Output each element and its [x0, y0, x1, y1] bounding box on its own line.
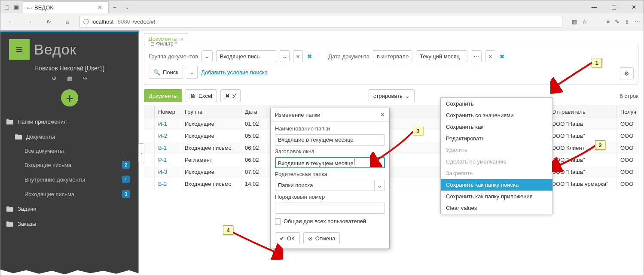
register-button[interactable]: стрировать ⌄ — [369, 89, 415, 102]
sidebar-badge: 1 — [122, 176, 130, 183]
delete-button[interactable]: ✖ У — [220, 89, 241, 102]
column-date[interactable]: Дата — [241, 106, 266, 118]
sidebar-collapse-handle[interactable]: › — [138, 143, 144, 163]
folder-icon — [6, 119, 13, 124]
user-gear-icon[interactable]: ⚙ — [52, 75, 57, 82]
dropdown-item[interactable]: Сохранить как папку приложения — [441, 191, 552, 202]
dropdown-item[interactable]: Сохранить — [441, 98, 552, 109]
brand: Ведок — [0, 32, 138, 60]
search-icon: 🔍 — [153, 69, 160, 76]
sidebar: Ведок Новиков Николай [User1] ⚙ ▦ ↪ ＋ Па… — [0, 30, 139, 276]
main-content: › Документы × ⊟ Фильтр * Группа документ… — [139, 30, 644, 276]
browser-tab[interactable]: ▭ ВЕДОК ✕ — [23, 1, 109, 13]
sidebar-subsection-documents[interactable]: Документы — [0, 129, 138, 144]
filter-group-dropdown-icon[interactable]: ⌄ — [280, 50, 290, 62]
filter-group-clear-icon[interactable]: × — [293, 50, 303, 62]
favorite-icon[interactable]: ☆ — [582, 18, 587, 25]
folder-icon — [6, 206, 13, 212]
filter-operator[interactable]: = — [201, 50, 213, 62]
maximize-button[interactable]: ▢ — [604, 0, 624, 13]
dropdown-item[interactable]: Сохранить как папку поиска — [441, 179, 552, 191]
refresh-button[interactable]: ↻ — [42, 15, 55, 29]
shared-checkbox[interactable] — [275, 218, 281, 224]
dropdown-item[interactable]: Clear values — [441, 202, 552, 214]
filter-date-clear-icon[interactable]: × — [485, 50, 495, 62]
documents-button[interactable]: Документы — [144, 89, 182, 102]
table-row[interactable]: Р-1Регламент06.02ой работы в комООО "Наш… — [144, 154, 638, 166]
chevron-down-icon: ⌄ — [405, 93, 410, 99]
table-row[interactable]: И-2Исходящие05.02вляю коммерчеООО "Наша"… — [144, 130, 638, 142]
sidebar-section-app-folders[interactable]: Папки приложения — [0, 114, 138, 129]
more-icon[interactable]: ⋯ — [635, 18, 640, 25]
add-condition-link[interactable]: Добавить условие поиска — [201, 69, 268, 76]
window-split-icon[interactable]: ▣ — [12, 3, 21, 11]
notes-icon[interactable]: ✎ — [615, 18, 620, 25]
window-tile-icon[interactable]: ▢ — [2, 3, 12, 11]
table-row[interactable]: В-2Входящее письмо14.02гиональной выстав… — [144, 178, 638, 190]
table-row[interactable]: И-3Исходящие07.02возврат обеспечения.ООО… — [144, 166, 638, 178]
close-icon: ✖ — [225, 93, 230, 99]
column-group[interactable]: Группа — [181, 106, 241, 118]
name-label: Наименование папки — [275, 125, 385, 132]
text-cursor — [354, 159, 354, 165]
column-checkbox[interactable] — [144, 106, 155, 118]
dropdown-item[interactable]: Сохранить как — [441, 121, 552, 133]
filter-settings-button[interactable]: ⚙ — [620, 67, 634, 79]
sidebar-item-inbox[interactable]: Входящие письма 2 — [0, 158, 138, 172]
sidebar-section-orders[interactable]: Заказы — [0, 216, 138, 231]
ok-button[interactable]: ✔ OK — [275, 232, 300, 244]
forward-button[interactable]: → — [23, 15, 37, 29]
search-menu-button[interactable]: ⌄ — [186, 66, 198, 79]
header-label: Заголовок окна — [275, 148, 385, 155]
cancel-button[interactable]: ⊘ Отмена — [303, 232, 340, 244]
dropdown-item: Сделать по умолчанию — [441, 156, 552, 167]
column-number[interactable]: Номер — [155, 106, 181, 118]
minimize-button[interactable]: — — [584, 0, 604, 13]
header-input[interactable]: Входящие в текущем месяце — [275, 157, 385, 168]
table-row[interactable]: В-1Входящее письмо06.02ия.ООО КлиентООО — [144, 142, 638, 154]
sidebar-item-all-docs[interactable]: Все документы — [0, 144, 138, 158]
column-sender[interactable]: Отправитель — [548, 106, 617, 118]
window-close-button[interactable]: ✕ — [624, 0, 644, 13]
filter-date-value[interactable]: Текущий месяц — [416, 50, 467, 62]
register-button-label: стрировать — [373, 93, 403, 99]
sidebar-section-tasks[interactable]: Задачи — [0, 201, 138, 216]
dropdown-item: Удалить — [441, 144, 552, 156]
dialog-close-icon[interactable]: ✕ — [380, 112, 385, 118]
sidebar-badge: 2 — [122, 161, 130, 169]
favorites-hub-icon[interactable]: ≡ — [606, 18, 610, 25]
user-logout-icon[interactable]: ↪ — [82, 75, 87, 82]
share-icon[interactable]: ⇪ — [625, 18, 629, 25]
name-input[interactable]: Входящие в текущем месяце — [275, 134, 385, 146]
parent-select[interactable]: Папки поиска — [275, 180, 375, 191]
reading-view-icon[interactable]: ▥ — [572, 18, 577, 25]
dropdown-item[interactable]: Редактировать — [441, 133, 552, 144]
user-apps-icon[interactable]: ▦ — [67, 75, 72, 82]
table-row[interactable]: И-1Исходящие01.02беспечения.ООО "НашаООО — [144, 118, 638, 130]
sidebar-item-internal[interactable]: Внутренние документы 1 — [0, 172, 138, 187]
filter-group-remove-icon[interactable]: ✖ — [306, 53, 313, 60]
check-icon: ✔ — [280, 235, 284, 242]
home-button[interactable]: ⌂ — [61, 15, 74, 29]
search-button[interactable]: 🔍 Поиск — [149, 66, 183, 79]
filter-date-picker-icon[interactable]: ⋯ — [471, 50, 482, 62]
dropdown-item[interactable]: Сохранить со значениями — [441, 109, 552, 121]
new-tab-button[interactable]: ＋ — [109, 1, 121, 13]
back-button[interactable]: ← — [4, 15, 18, 29]
tab-close-icon[interactable]: ✕ — [96, 4, 104, 11]
add-button[interactable]: ＋ — [61, 89, 78, 106]
filter-date-operator[interactable]: в интервале — [373, 50, 412, 62]
ordinal-input[interactable] — [275, 203, 385, 214]
toolbar: Документы 🗎 Excel ✖ У стрировать ⌄ 6 стр… — [144, 89, 638, 102]
url-input[interactable]: ⓘ localhost:8080/vedoc/#! — [79, 16, 562, 28]
sidebar-item-outgoing[interactable]: Исходящие письма 3 — [0, 187, 138, 201]
content-tab-close-icon[interactable]: × — [180, 36, 183, 42]
sidebar-item-label: Исходящие письма — [24, 191, 74, 197]
parent-select-caret-icon[interactable]: ⌄ — [375, 180, 385, 191]
filter-date-remove-icon[interactable]: ✖ — [499, 53, 505, 60]
excel-button[interactable]: 🗎 Excel — [186, 89, 217, 102]
url-port: :8080 — [116, 18, 130, 25]
column-recipient[interactable]: Получ — [617, 106, 638, 118]
tab-chevron-icon[interactable]: ⌄ — [121, 1, 133, 13]
filter-group-value[interactable]: Входящее пись — [216, 50, 276, 62]
